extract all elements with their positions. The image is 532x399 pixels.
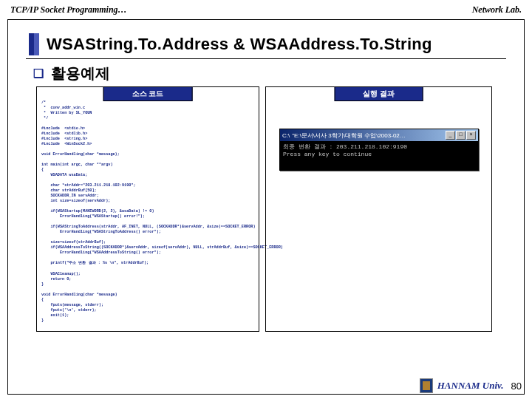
slide-frame: WSAString.To.Address & WSAAddress.To.Str… — [7, 19, 525, 395]
panels-container: 소스 코드 /* * conv_addr_win.c * Written by … — [8, 83, 524, 332]
source-code-label: 소스 코드 — [103, 86, 193, 101]
university-logo-icon — [420, 378, 433, 393]
source-code-text: /* * conv_addr_win.c * Written by SL_YOU… — [37, 87, 259, 327]
minimize-button[interactable]: _ — [446, 131, 455, 140]
console-line-2: Press any key to continue — [283, 151, 475, 158]
slide-title: WSAString.To.Address & WSAAddress.To.Str… — [47, 35, 432, 54]
cmd-icon: C:\ — [282, 132, 290, 139]
header-left: TCP/IP Socket Programming… — [10, 4, 127, 16]
console-line-1: 최종 변환 결과 : 203.211.218.102:9190 — [283, 143, 475, 151]
window-controls: _ □ × — [446, 131, 476, 140]
console-window: C:\ "E:\문서\서사 3학기\대학원 수업\2003-02… _ □ × … — [279, 129, 479, 171]
source-code-panel: 소스 코드 /* * conv_addr_win.c * Written by … — [36, 86, 259, 332]
university-name: HANNAM Univ. — [437, 380, 504, 392]
console-title-text: "E:\문서\서사 3학기\대학원 수업\2003-02… — [292, 132, 406, 140]
result-label: 실행 결과 — [334, 86, 423, 101]
page-number: 80 — [511, 381, 522, 392]
result-panel: 실행 결과 C:\ "E:\문서\서사 3학기\대학원 수업\2003-02… … — [265, 86, 492, 332]
title-accent-bar — [29, 33, 39, 55]
close-button[interactable]: × — [466, 131, 476, 140]
subtitle-text: 활용예제 — [51, 64, 110, 83]
console-titlebar: C:\ "E:\문서\서사 3학기\대학원 수업\2003-02… _ □ × — [280, 129, 478, 141]
maximize-button[interactable]: □ — [456, 131, 466, 140]
slide-header: TCP/IP Socket Programming… Network Lab. — [0, 0, 532, 17]
console-output: 최종 변환 결과 : 203.211.218.102:9190 Press an… — [280, 141, 478, 170]
header-right: Network Lab. — [472, 4, 522, 16]
slide-footer: HANNAM Univ. 80 — [420, 378, 522, 393]
subtitle-row: ❑ 활용예제 — [8, 59, 524, 83]
title-row: WSAString.To.Address & WSAAddress.To.Str… — [8, 20, 524, 57]
bullet-icon: ❑ — [33, 66, 44, 81]
